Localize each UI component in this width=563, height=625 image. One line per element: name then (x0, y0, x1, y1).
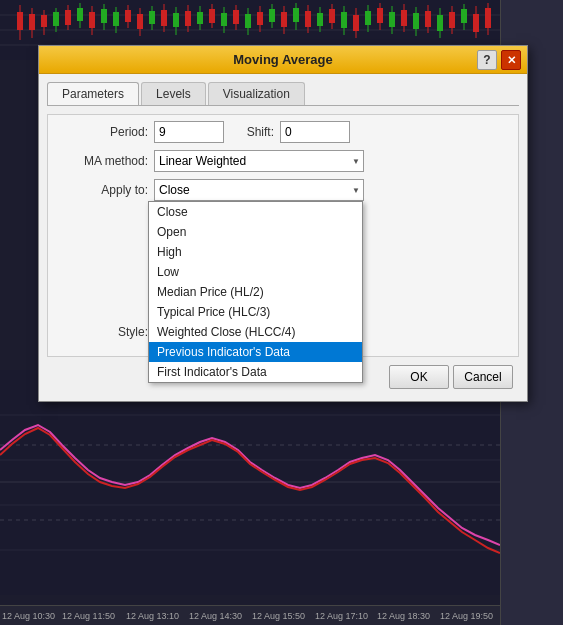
tab-visualization[interactable]: Visualization (208, 82, 305, 105)
cancel-button[interactable]: Cancel (453, 365, 513, 389)
apply-to-select[interactable]: Close (154, 179, 364, 201)
shift-label: Shift: (224, 125, 274, 139)
time-label-3: 12 Aug 13:10 (126, 611, 179, 621)
svg-rect-4 (17, 12, 23, 30)
dialog-content: Parameters Levels Visualization Period: … (39, 74, 527, 401)
dropdown-item-weighted-close[interactable]: Weighted Close (HLCC/4) (149, 322, 362, 342)
svg-rect-12 (65, 10, 71, 25)
svg-rect-72 (425, 11, 431, 27)
svg-rect-76 (449, 12, 455, 28)
dropdown-item-prev-indicator[interactable]: Previous Indicator's Data (149, 342, 362, 362)
dropdown-item-open[interactable]: Open (149, 222, 362, 242)
tab-parameters[interactable]: Parameters (47, 82, 139, 105)
dialog-title: Moving Average (233, 52, 332, 67)
svg-rect-58 (341, 12, 347, 28)
svg-rect-26 (149, 11, 155, 24)
svg-rect-50 (293, 8, 299, 22)
svg-rect-62 (365, 11, 371, 25)
svg-rect-46 (269, 9, 275, 22)
dialog-moving-average: Moving Average ? ✕ Parameters Levels Vis… (38, 45, 528, 402)
apply-to-select-wrapper: Close (154, 179, 364, 201)
close-button[interactable]: ✕ (501, 50, 521, 70)
svg-rect-78 (461, 9, 467, 23)
oscillator-chart (0, 370, 500, 595)
svg-rect-42 (245, 14, 251, 28)
svg-rect-24 (137, 14, 143, 29)
svg-rect-56 (329, 9, 335, 23)
svg-rect-82 (485, 8, 491, 28)
period-row: Period: Shift: (58, 121, 508, 143)
ma-method-label: MA method: (58, 154, 148, 168)
parameters-form: Period: Shift: MA method: Linear Weighte… (47, 114, 519, 357)
svg-rect-52 (305, 11, 311, 27)
svg-rect-68 (401, 10, 407, 26)
dropdown-item-median[interactable]: Median Price (HL/2) (149, 282, 362, 302)
svg-rect-30 (173, 13, 179, 27)
svg-rect-38 (221, 13, 227, 26)
dropdown-item-first-indicator[interactable]: First Indicator's Data (149, 362, 362, 382)
time-label-6: 12 Aug 17:10 (315, 611, 368, 621)
svg-rect-70 (413, 13, 419, 29)
ma-method-select[interactable]: Linear Weighted Simple Exponential Smoot… (154, 150, 364, 172)
period-input[interactable] (154, 121, 224, 143)
svg-rect-10 (53, 12, 59, 26)
oscillator-svg (0, 370, 500, 595)
time-axis: 12 Aug 10:30 12 Aug 11:50 12 Aug 13:10 1… (0, 605, 500, 625)
svg-rect-54 (317, 13, 323, 26)
svg-rect-6 (29, 14, 35, 30)
apply-to-dropdown-list: Close Open High Low Median Price (HL/2) … (148, 201, 363, 383)
shift-input[interactable] (280, 121, 350, 143)
svg-rect-18 (101, 9, 107, 23)
svg-rect-60 (353, 15, 359, 31)
style-label: Style: (58, 325, 148, 339)
time-label-2: 12 Aug 11:50 (62, 611, 115, 621)
svg-rect-40 (233, 10, 239, 24)
tab-levels[interactable]: Levels (141, 82, 206, 105)
svg-rect-34 (197, 12, 203, 24)
dropdown-item-typical[interactable]: Typical Price (HLC/3) (149, 302, 362, 322)
time-label-7: 12 Aug 18:30 (377, 611, 430, 621)
svg-rect-64 (377, 8, 383, 23)
apply-to-row: Apply to: Close Close Open High Low Medi… (58, 179, 508, 201)
period-label: Period: (58, 125, 148, 139)
tab-bar: Parameters Levels Visualization (47, 82, 519, 106)
time-label-4: 12 Aug 14:30 (189, 611, 242, 621)
ma-method-row: MA method: Linear Weighted Simple Expone… (58, 150, 508, 172)
svg-rect-44 (257, 12, 263, 25)
time-label-5: 12 Aug 15:50 (252, 611, 305, 621)
dropdown-item-low[interactable]: Low (149, 262, 362, 282)
svg-rect-20 (113, 12, 119, 26)
svg-rect-36 (209, 9, 215, 23)
time-label-1: 12 Aug 10:30 (2, 611, 55, 621)
svg-rect-32 (185, 11, 191, 26)
svg-rect-74 (437, 15, 443, 31)
help-button[interactable]: ? (477, 50, 497, 70)
svg-rect-48 (281, 12, 287, 27)
dropdown-item-high[interactable]: High (149, 242, 362, 262)
time-label-8: 12 Aug 19:50 (440, 611, 493, 621)
dropdown-item-close[interactable]: Close (149, 202, 362, 222)
svg-rect-8 (41, 15, 47, 27)
svg-rect-28 (161, 10, 167, 26)
svg-rect-14 (77, 8, 83, 21)
svg-rect-16 (89, 12, 95, 28)
dialog-titlebar: Moving Average ? ✕ (39, 46, 527, 74)
svg-rect-22 (125, 10, 131, 22)
ok-button[interactable]: OK (389, 365, 449, 389)
ma-method-select-wrapper: Linear Weighted Simple Exponential Smoot… (154, 150, 364, 172)
apply-to-label: Apply to: (58, 183, 148, 197)
svg-rect-66 (389, 12, 395, 27)
svg-rect-80 (473, 14, 479, 32)
